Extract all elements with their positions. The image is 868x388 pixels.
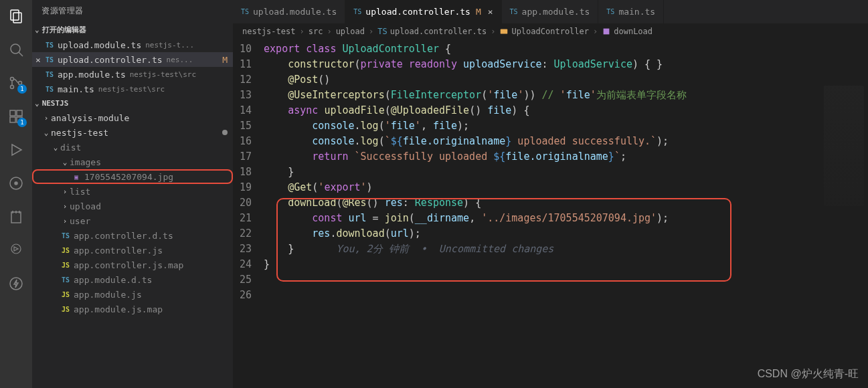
source-control-icon[interactable]: 1 [7,74,25,92]
editor-tabs: TSupload.module.tsTSupload.controller.ts… [233,0,868,24]
open-editor-item[interactable]: TSapp.module.tsnestjs-test\src [32,67,233,82]
file-item[interactable]: ▣1705545207094.jpg [32,169,233,184]
file-item[interactable]: JSapp.controller.js.map [32,258,233,272]
folder-item[interactable]: ›upload [32,199,233,213]
editor-tab[interactable]: TSupload.module.ts [233,0,345,23]
svg-rect-1 [13,13,21,23]
svg-rect-14 [11,212,21,223]
folder-item[interactable]: ⌄dist [32,140,233,155]
bolt-icon[interactable] [7,274,25,293]
breadcrumb[interactable]: nestjs-test› src› upload› TSupload.contr… [233,24,868,39]
ext-badge: 1 [17,118,27,127]
scm-badge: 1 [17,84,27,94]
extensions-icon[interactable]: 1 [7,107,25,126]
run-debug-icon[interactable] [7,140,25,159]
svg-rect-19 [501,29,508,34]
ts-icon: TS [60,230,71,241]
search-icon[interactable] [7,40,25,59]
open-editor-item[interactable]: ×TSupload.controller.tsnes...M [32,52,233,67]
ts-icon: TS [241,8,249,15]
svg-point-18 [10,278,22,290]
js-icon: JS [60,245,71,256]
open-editor-item[interactable]: TSupload.module.tsnestjs-t... [32,37,233,52]
file-item[interactable]: JSapp.module.js.map [32,302,233,316]
file-item[interactable]: JSapp.module.js [32,287,233,302]
dirty-dot [222,130,228,135]
close-icon[interactable]: × [32,55,44,65]
folder-item[interactable]: ⌄nestjs-test [32,125,233,140]
open-editor-item[interactable]: TSmain.tsnestjs-test\src [32,82,233,96]
svg-point-13 [15,182,17,185]
svg-point-4 [11,78,14,81]
editor-tab[interactable]: TSapp.module.ts [502,0,599,23]
svg-rect-9 [10,117,15,122]
file-item[interactable]: JSapp.controller.js [32,243,233,258]
close-icon[interactable]: × [488,7,493,17]
image-icon: ▣ [71,171,82,182]
editor-tab[interactable]: TSupload.controller.tsM× [345,0,501,23]
ts-icon: TS [44,84,55,94]
minimap[interactable] [824,86,864,206]
sidebar: 资源管理器 ⌄打开的编辑器 TSupload.module.tsnestjs-t… [32,0,233,388]
svg-point-2 [11,44,20,54]
open-editors-section[interactable]: ⌄打开的编辑器 [32,22,233,37]
folder-item[interactable]: ›analysis-module [32,110,233,125]
watermark: CSDN @炉火纯青-旺 [758,367,859,381]
js-icon: JS [60,260,71,270]
js-icon: JS [60,304,71,314]
svg-marker-11 [12,144,21,155]
editor-tab[interactable]: TSmain.ts [598,0,664,23]
folder-item[interactable]: ›user [32,213,233,228]
ts-icon: TS [606,8,614,15]
workspace-section[interactable]: ⌄NESTJS [32,96,233,110]
ts-icon: TS [44,54,55,65]
svg-rect-8 [17,110,22,116]
ts-icon: TS [60,274,71,285]
timeline-icon[interactable] [7,174,25,193]
svg-line-3 [19,52,23,56]
folder-item[interactable]: ›list [32,184,233,199]
file-item[interactable]: TSapp.module.d.ts [32,272,233,287]
editor-area: TSupload.module.tsTSupload.controller.ts… [233,0,868,388]
folder-item[interactable]: ⌄images [32,155,233,169]
ts-icon: TS [510,8,518,15]
openai-icon[interactable] [7,241,25,260]
note-icon[interactable] [7,207,25,226]
sidebar-title: 资源管理器 [32,0,233,22]
svg-rect-20 [604,29,610,35]
js-icon: JS [60,289,71,300]
file-item[interactable]: TSapp.controller.d.ts [32,228,233,243]
ts-icon: TS [44,39,55,50]
activity-bar: 1 1 [0,0,32,388]
svg-rect-7 [10,110,15,116]
svg-rect-0 [11,10,19,20]
explorer-icon[interactable] [7,7,25,25]
ts-icon: TS [353,8,361,15]
ts-icon: TS [44,69,55,80]
svg-point-5 [11,86,14,89]
code-editor[interactable]: 1011121314151617181920212223242526 expor… [233,39,868,388]
